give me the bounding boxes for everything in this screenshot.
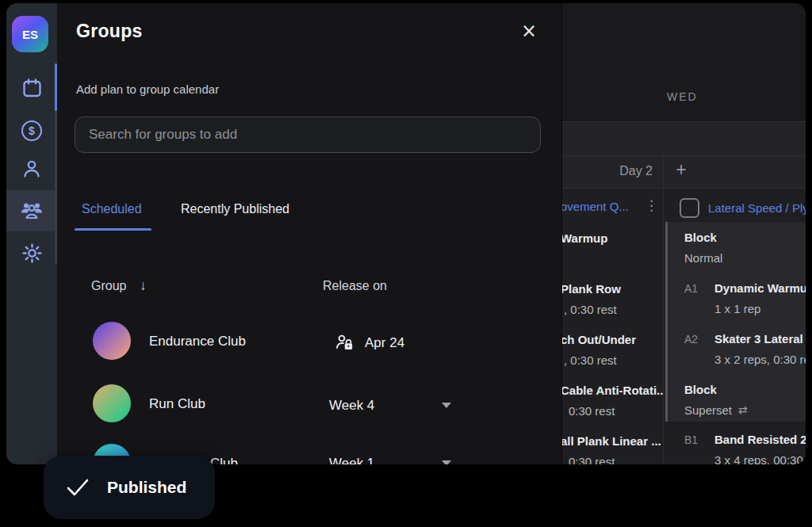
chevron-down-icon[interactable] — [442, 403, 451, 408]
exercise-name: Cable Anti-Rotati... — [562, 384, 663, 397]
exercise-name: Band Resisted 2 Step — [714, 433, 806, 446]
exercise-tag: B1 — [684, 433, 698, 446]
close-icon[interactable]: × — [515, 17, 542, 44]
group-avatar — [93, 384, 131, 422]
published-toast: Published — [44, 456, 215, 519]
sort-arrow-icon[interactable]: ↓ — [140, 278, 147, 294]
tab-scheduled[interactable]: Scheduled — [82, 202, 142, 216]
block-panel: Block Normal A1 Dynamic Warmup 1 x 1 rep… — [665, 222, 806, 422]
app-window: ES $ — [6, 3, 806, 464]
panel-scrollbar[interactable] — [665, 222, 668, 422]
workout-checkbox[interactable] — [680, 198, 699, 218]
group-name[interactable]: Endurance Club — [149, 334, 246, 349]
modal-subtitle: Add plan to group calendar — [76, 82, 219, 96]
sidebar-item-settings[interactable] — [13, 234, 51, 272]
column-header-group[interactable]: Group — [91, 279, 126, 293]
exercise-name: Warmup — [562, 231, 607, 245]
sidebar-item-payments[interactable]: $ — [13, 112, 51, 150]
check-icon — [66, 478, 90, 500]
active-tab-underline — [75, 228, 151, 231]
sidebar-item-calendar[interactable] — [13, 69, 51, 107]
superset-cycle-icon: ⇄ — [738, 403, 748, 416]
exercise-name: ch Out/Under — [562, 333, 636, 346]
workout-title-link[interactable]: ovement Q... — [562, 200, 629, 213]
exercise-detail: 0:30 rest — [569, 404, 615, 418]
kebab-menu-icon[interactable]: ⋮ — [645, 197, 658, 213]
weekday-label: WED — [667, 90, 698, 103]
release-week-select[interactable]: Week 4 — [329, 398, 374, 414]
exercise-tag: A1 — [684, 282, 698, 295]
exercise-name: Dynamic Warmup — [714, 281, 806, 295]
modal-title: Groups — [76, 21, 143, 42]
block-mode: Normal — [684, 251, 722, 265]
toast-label: Published — [107, 456, 186, 519]
exercise-detail: 3 x 4 reps, 00:30 re — [714, 453, 806, 464]
sidebar: ES $ — [6, 3, 57, 464]
exercise-name: all Plank Linear ... — [562, 434, 661, 448]
person-icon — [21, 158, 42, 179]
exercise-name: Plank Row — [562, 282, 621, 296]
divider — [562, 155, 806, 156]
groups-icon — [20, 199, 44, 221]
block-mode: Superset — [684, 403, 732, 417]
calendar-icon — [21, 78, 43, 99]
block-label: Block — [684, 231, 717, 244]
chevron-down-icon[interactable] — [442, 460, 451, 464]
day-section-label: Day 2 — [562, 164, 653, 178]
calendar-background: WED Day 2 + ovement Q... ⋮ Warmup Plank … — [561, 3, 806, 464]
exercise-detail: 0:30 rest — [569, 455, 615, 464]
person-lock-icon — [335, 334, 354, 354]
group-avatar — [93, 322, 131, 360]
workout-card-b: Lateral Speed / Plyo Block Normal A1 Dyn… — [664, 189, 806, 464]
tab-recently-published[interactable]: Recently Published — [181, 202, 289, 216]
release-date[interactable]: Apr 24 — [365, 335, 404, 351]
group-name[interactable]: Run Club — [149, 396, 205, 412]
release-week-select[interactable]: Week 1 — [329, 456, 374, 464]
avatar[interactable]: ES — [12, 16, 48, 52]
day-column-header: WED — [562, 3, 806, 121]
exercise-detail: 1 x 1 rep — [714, 302, 760, 315]
workout-title-link[interactable]: Lateral Speed / Plyo — [708, 201, 806, 215]
groups-modal: Groups × Add plan to group calendar Sche… — [57, 3, 561, 464]
gear-icon — [21, 242, 43, 264]
search-input[interactable] — [75, 116, 541, 153]
add-workout-button[interactable]: + — [670, 158, 692, 181]
exercise-detail: , 0:30 rest — [564, 353, 617, 367]
group-name[interactable]: Club — [210, 456, 238, 464]
exercise-tag: A2 — [684, 333, 698, 346]
column-header-release: Release on — [323, 279, 387, 293]
block-label: Block — [684, 383, 717, 396]
stage: ES $ — [0, 0, 812, 527]
sidebar-item-athletes[interactable] — [13, 150, 51, 188]
sidebar-item-groups[interactable] — [13, 191, 51, 229]
exercise-detail: , 0:30 rest — [564, 303, 617, 316]
dollar-icon: $ — [21, 120, 42, 141]
workout-card-a: ovement Q... ⋮ Warmup Plank Row , 0:30 r… — [562, 189, 663, 464]
exercise-detail: 3 x 2 reps, 0:30 res — [714, 353, 806, 366]
exercise-name: Skater 3 Lateral Hop — [714, 332, 806, 346]
